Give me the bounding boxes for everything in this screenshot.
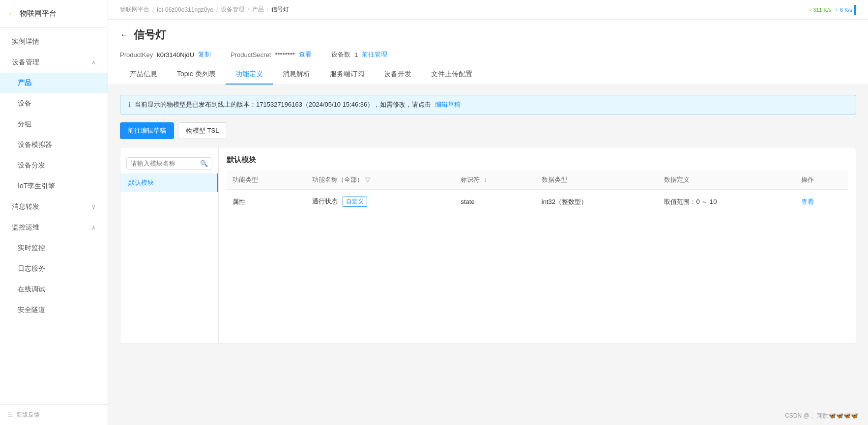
sidebar-nav: 实例详情设备管理∧产品设备分组设备模拟器设备分发IoT孪生引擎消息转发∨监控运维… <box>0 28 108 404</box>
chevron-icon: ∧ <box>91 224 96 231</box>
product-secret-label: ProductSecret <box>231 51 271 58</box>
filter-icon[interactable]: ▽ <box>365 176 370 183</box>
table-area: 默认模块 功能类型 功能名称（全部）▽ 标识符 ↕ 数据类型 数据定义 操作 <box>219 147 856 343</box>
tab-function-def[interactable]: 功能定义 <box>226 65 273 85</box>
tab-product-info[interactable]: 产品信息 <box>120 65 167 85</box>
sidebar-item-label: 实时监控 <box>18 244 45 253</box>
module-panel: 🔍 默认模块 <box>120 147 219 343</box>
cell-func-name: 通行状态 自定义 <box>306 190 455 214</box>
meta-row: ProductKey k0r3140NjdU 复制 ProductSecret … <box>120 50 856 59</box>
edit-draft-link-in-alert[interactable]: 编辑草稿 <box>435 100 461 109</box>
alert-text: 当前显示的物模型是已发布到线上的版本：1715327196163（2024/05… <box>135 100 431 109</box>
search-input-wrap[interactable]: 🔍 <box>126 157 212 170</box>
sidebar-item-product[interactable]: 产品 <box>0 73 108 93</box>
col-data-type: 数据类型 <box>536 170 659 190</box>
info-icon: ℹ <box>128 101 131 109</box>
main-content: 物联网平台 / iot-06z00e311ngz0ye / 设备管理 / 产品 … <box>108 0 868 425</box>
sidebar-item-label: 产品 <box>18 79 31 87</box>
sidebar-item-instance[interactable]: 实例详情 <box>0 31 108 52</box>
speed-down: + 311 K/s <box>809 7 832 13</box>
sort-icon[interactable]: ↕ <box>484 176 487 183</box>
page-back-icon[interactable]: ← <box>120 30 129 40</box>
speed-bar <box>854 5 856 15</box>
product-key-item: ProductKey k0r3140NjdU 复制 <box>120 50 211 59</box>
module-item-default[interactable]: 默认模块 <box>120 173 218 192</box>
sidebar-item-monitor-ops[interactable]: 监控运维∧ <box>0 217 108 238</box>
view-action-link[interactable]: 查看 <box>801 198 814 205</box>
sidebar-item-label: 监控运维 <box>12 223 39 232</box>
col-identifier: 标识符 ↕ <box>455 170 535 190</box>
page-title: 信号灯 <box>134 28 166 42</box>
sidebar-item-label: 设备 <box>18 99 31 108</box>
sidebar-header[interactable]: ← 物联网平台 <box>0 0 108 28</box>
breadcrumb-product[interactable]: 产品 <box>252 5 264 14</box>
cell-identifier: state <box>455 190 535 214</box>
col-func-type: 功能类型 <box>227 170 306 190</box>
col-data-def: 数据定义 <box>658 170 795 190</box>
sidebar-item-msg-forward[interactable]: 消息转发∨ <box>0 197 108 217</box>
product-secret-value: ******** <box>275 51 294 58</box>
sidebar-title: 物联网平台 <box>20 9 57 18</box>
product-secret-item: ProductSecret ******** 查看 <box>231 50 312 59</box>
sidebar-item-device-mgmt[interactable]: 设备管理∧ <box>0 52 108 73</box>
sidebar-item-distribution[interactable]: 设备分发 <box>0 155 108 176</box>
module-search: 🔍 <box>120 153 218 173</box>
feedback-icon: ☰ <box>8 412 13 419</box>
sidebar-item-label: IoT孪生引擎 <box>18 182 55 191</box>
tab-msg-parse[interactable]: 消息解析 <box>273 65 320 85</box>
tab-service-sub[interactable]: 服务端订阅 <box>320 65 374 85</box>
table-section-title: 默认模块 <box>227 155 848 165</box>
sidebar-item-label: 设备分发 <box>18 161 45 170</box>
view-secret-button[interactable]: 查看 <box>299 50 312 59</box>
table-body: 属性 通行状态 自定义 state int32（整数型） 取值范围：0 ～ 10… <box>227 190 848 214</box>
col-action: 操作 <box>795 170 848 190</box>
device-count-value: 1 <box>354 51 358 58</box>
page-title-row: ← 信号灯 <box>120 28 856 42</box>
cell-func-type: 属性 <box>227 190 306 214</box>
sidebar-item-iot-twin[interactable]: IoT孪生引擎 <box>0 176 108 197</box>
speed-up: + 6 K/s <box>835 7 852 13</box>
breadcrumb-iot[interactable]: 物联网平台 <box>120 5 149 14</box>
breadcrumb-instance[interactable]: iot-06z00e311ngz0ye <box>157 6 213 13</box>
sidebar-item-device[interactable]: 设备 <box>0 93 108 114</box>
table-row: 属性 通行状态 自定义 state int32（整数型） 取值范围：0 ～ 10… <box>227 190 848 214</box>
footer-label: CSDN @ 、翔胜🦋🦋🦋🦋 <box>785 412 858 419</box>
breadcrumb-current: 信号灯 <box>271 5 289 14</box>
sidebar-item-online-debug[interactable]: 在线调试 <box>0 279 108 300</box>
breadcrumb-device-mgmt[interactable]: 设备管理 <box>221 5 244 14</box>
sidebar-item-label: 在线调试 <box>18 285 45 294</box>
product-key-value: k0r3140NjdU <box>157 51 194 58</box>
sidebar-item-simulator[interactable]: 设备模拟器 <box>0 135 108 155</box>
page-header: ← 信号灯 ProductKey k0r3140NjdU 复制 ProductS… <box>108 20 868 85</box>
breadcrumb: 物联网平台 / iot-06z00e311ngz0ye / 设备管理 / 产品 … <box>120 5 289 14</box>
sidebar-item-group[interactable]: 分组 <box>0 114 108 135</box>
sidebar-item-secure-tunnel[interactable]: 安全隧道 <box>0 300 108 320</box>
module-layout: 🔍 默认模块 默认模块 功能类型 功能名称（全部）▽ 标识符 ↕ <box>120 147 856 343</box>
sidebar-footer[interactable]: ☰ 新版反馈 <box>0 404 108 425</box>
tab-device-dev[interactable]: 设备开发 <box>374 65 421 85</box>
sidebar-item-label: 安全隧道 <box>18 306 45 314</box>
chevron-icon: ∧ <box>91 59 96 66</box>
module-item-label: 默认模块 <box>128 179 154 186</box>
sidebar-item-label: 日志服务 <box>18 264 45 273</box>
search-icon[interactable]: 🔍 <box>200 160 208 167</box>
table-header: 功能类型 功能名称（全部）▽ 标识符 ↕ 数据类型 数据定义 操作 <box>227 170 848 190</box>
data-table: 功能类型 功能名称（全部）▽ 标识符 ↕ 数据类型 数据定义 操作 属性 <box>227 170 848 214</box>
manage-devices-link[interactable]: 前往管理 <box>362 50 387 59</box>
feedback-label: 新版反馈 <box>16 411 40 419</box>
tab-file-upload[interactable]: 文件上传配置 <box>421 65 482 85</box>
copy-button[interactable]: 复制 <box>198 50 211 59</box>
sidebar-item-label: 实例详情 <box>12 37 39 46</box>
goto-edit-draft-button[interactable]: 前往编辑草稿 <box>120 122 174 139</box>
model-tsl-button[interactable]: 物模型 TSL <box>178 122 227 139</box>
back-arrow-icon: ← <box>8 9 16 18</box>
sidebar-item-realtime-monitor[interactable]: 实时监控 <box>0 238 108 258</box>
sidebar-item-log-service[interactable]: 日志服务 <box>0 258 108 279</box>
sidebar-item-label: 消息转发 <box>12 202 39 211</box>
device-count-label: 设备数 <box>331 50 350 59</box>
tab-topic-list[interactable]: Topic 类列表 <box>167 65 226 85</box>
module-search-input[interactable] <box>131 160 197 167</box>
cell-data-type: int32（整数型） <box>536 190 659 214</box>
sidebar-item-label: 设备模拟器 <box>18 141 52 149</box>
sidebar-item-label: 分组 <box>18 120 31 129</box>
